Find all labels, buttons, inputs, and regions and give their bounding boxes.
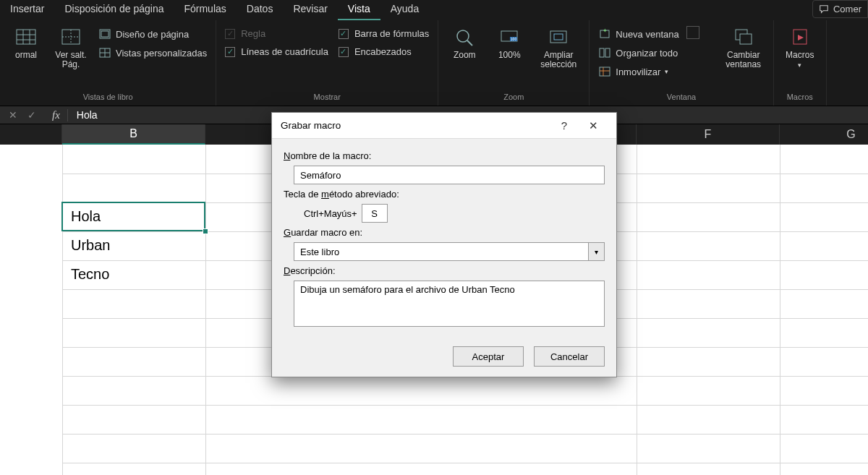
chevron-down-icon: ▾ <box>798 61 801 69</box>
group-mostrar: ✓ Regla ✓ Líneas de cuadrícula ✓ Barra d… <box>216 20 438 106</box>
col-header-B[interactable]: B <box>62 124 205 145</box>
tab-formulas[interactable]: Fórmulas <box>174 0 236 19</box>
page-layout-icon <box>98 27 111 40</box>
macro-name-label: Nombre de la macro: <box>284 150 605 161</box>
zoom-selection-button[interactable]: Ampliar selección <box>534 23 583 72</box>
page-layout-button[interactable]: Diseño de página <box>95 26 210 42</box>
page-break-label: Ver salt. Pág. <box>55 51 86 69</box>
group-zoom-label: Zoom <box>444 91 583 104</box>
tab-disposicion[interactable]: Disposición de página <box>54 0 174 19</box>
store-in-select[interactable] <box>294 242 589 261</box>
formula-bar-checkbox[interactable]: ✓ Barra de fórmulas <box>336 26 432 41</box>
shortcut-prefix: Ctrl+Mayús+ <box>304 208 357 219</box>
checkbox-icon: ✓ <box>225 47 235 57</box>
dialog-titlebar: Grabar macro ? ✕ <box>272 113 616 139</box>
svg-text:✦: ✦ <box>603 28 608 34</box>
group-macros-label: Macros <box>780 91 820 104</box>
switch-windows-button[interactable]: Cambiar ventanas <box>720 23 767 72</box>
headings-checkbox[interactable]: ✓ Encabezados <box>336 44 432 59</box>
custom-views-label: Vistas personalizadas <box>116 48 207 59</box>
arrange-icon <box>598 46 611 59</box>
group-ventana-label: Ventana <box>595 91 767 104</box>
zoom-selection-icon <box>547 26 570 49</box>
page-break-icon <box>59 26 82 49</box>
freeze-panes-button[interactable]: Inmovilizar ▾ <box>595 64 681 80</box>
select-all-corner[interactable] <box>0 124 62 145</box>
zoom-button[interactable]: Zoom <box>444 23 485 63</box>
headings-label: Encabezados <box>354 46 412 57</box>
svg-rect-22 <box>600 48 604 57</box>
ok-button[interactable]: Aceptar <box>453 346 524 367</box>
arrange-all-button[interactable]: Organizar todo <box>595 45 681 61</box>
new-window-label: Nueva ventana <box>616 29 678 40</box>
shortcut-label: Tecla de método abreviado: <box>284 189 605 200</box>
checkbox-icon: ✓ <box>225 29 235 39</box>
switch-windows-label: Cambiar ventanas <box>726 51 761 69</box>
ruler-label: Regla <box>241 28 265 39</box>
comments-button[interactable]: Comer <box>812 0 868 18</box>
reset-window-button[interactable] <box>686 26 699 39</box>
svg-rect-19 <box>554 34 563 40</box>
gridlines-checkbox[interactable]: ✓ Líneas de cuadrícula <box>222 44 331 59</box>
zoom-100-button[interactable]: 100 100% <box>489 23 529 63</box>
formula-bar-label: Barra de fórmulas <box>354 28 429 39</box>
zoom-selection-label: Ampliar selección <box>540 51 576 69</box>
page-layout-label: Diseño de página <box>116 29 189 40</box>
normal-view-button[interactable]: ormal <box>6 23 46 63</box>
zoom-icon <box>453 26 476 49</box>
svg-rect-9 <box>101 31 109 37</box>
grid-icon <box>14 26 38 49</box>
svg-text:100: 100 <box>511 37 517 41</box>
cell-B4[interactable]: Urban <box>65 234 116 257</box>
freeze-icon <box>598 65 611 78</box>
page-break-view-button[interactable]: Ver salt. Pág. <box>51 23 91 72</box>
tab-datos[interactable]: Datos <box>237 0 284 19</box>
close-button[interactable]: ✕ <box>579 119 608 132</box>
macro-name-input[interactable] <box>294 166 605 184</box>
tab-vista[interactable]: Vista <box>338 0 380 20</box>
custom-views-icon <box>98 46 111 59</box>
new-window-button[interactable]: ✦ Nueva ventana <box>595 26 681 42</box>
fx-icon[interactable]: fx <box>45 109 68 121</box>
group-macros: Macros▾ Macros <box>774 20 827 106</box>
shortcut-key-input[interactable] <box>362 204 388 223</box>
zoom-100-label: 100% <box>498 51 521 60</box>
switch-windows-icon <box>732 26 755 49</box>
col-header-G[interactable]: G <box>780 124 868 145</box>
fill-handle[interactable] <box>203 228 208 234</box>
enter-icon[interactable]: ✓ <box>27 109 36 121</box>
gridlines-label: Líneas de cuadrícula <box>241 46 328 57</box>
svg-rect-0 <box>17 30 35 44</box>
dialog-title: Grabar macro <box>281 120 550 131</box>
svg-rect-24 <box>600 67 610 76</box>
tab-ayuda[interactable]: Ayuda <box>380 0 429 19</box>
checkbox-icon: ✓ <box>339 47 349 57</box>
description-input[interactable] <box>294 281 605 327</box>
svg-line-14 <box>467 40 472 46</box>
cancel-icon[interactable]: ✕ <box>9 109 17 121</box>
zoom-100-icon: 100 <box>498 26 521 49</box>
comment-icon <box>819 4 829 14</box>
col-header-F[interactable]: F <box>637 124 780 145</box>
description-label: Descripción: <box>284 265 605 276</box>
cancel-button[interactable]: Cancelar <box>534 346 605 367</box>
macros-button[interactable]: Macros▾ <box>780 23 820 72</box>
help-button[interactable]: ? <box>550 119 579 132</box>
custom-views-button[interactable]: Vistas personalizadas <box>95 45 210 61</box>
ribbon-tabs: Insertar Disposición de página Fórmulas … <box>0 0 868 20</box>
svg-rect-18 <box>550 31 566 43</box>
checkbox-icon: ✓ <box>339 29 349 39</box>
record-macro-dialog: Grabar macro ? ✕ Nombre de la macro: Tec… <box>271 112 617 377</box>
tab-insertar[interactable]: Insertar <box>0 0 54 19</box>
svg-marker-37 <box>798 35 804 40</box>
group-vistas: ormal Ver salt. Pág. Diseño de página Vi… <box>0 20 216 106</box>
tab-revisar[interactable]: Revisar <box>283 0 337 19</box>
chevron-down-icon[interactable]: ▾ <box>589 242 605 261</box>
ribbon: ormal Ver salt. Pág. Diseño de página Vi… <box>0 20 868 106</box>
macros-icon <box>788 26 812 49</box>
ruler-checkbox: ✓ Regla <box>222 26 331 41</box>
arrange-label: Organizar todo <box>616 48 678 59</box>
new-window-icon: ✦ <box>598 27 611 40</box>
group-zoom: Zoom 100 100% Ampliar selección Zoom <box>438 20 590 106</box>
cell-B5[interactable]: Tecno <box>65 263 115 286</box>
